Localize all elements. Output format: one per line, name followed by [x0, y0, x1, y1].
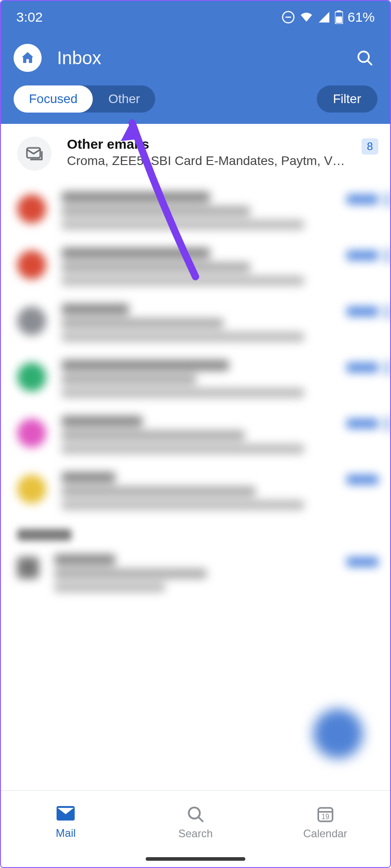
svg-line-6: [368, 61, 372, 65]
list-item[interactable]: [1, 407, 390, 463]
avatar: [17, 250, 46, 279]
calendar-icon: 19: [316, 805, 335, 824]
tab-other[interactable]: Other: [93, 85, 155, 113]
nav-calendar-label: Calendar: [303, 827, 347, 840]
filter-button[interactable]: Filter: [317, 85, 377, 113]
section-header: [1, 519, 390, 545]
mail-icon: [55, 805, 76, 823]
signal-icon: [318, 11, 330, 24]
list-item[interactable]: [1, 545, 390, 601]
avatar: [17, 419, 46, 448]
inbox-tabs-row: Focused Other Filter: [1, 82, 390, 124]
svg-rect-3: [337, 10, 341, 12]
tab-focused[interactable]: Focused: [14, 85, 93, 113]
battery-icon: [335, 10, 343, 24]
list-item[interactable]: [1, 295, 390, 351]
svg-line-9: [199, 817, 203, 821]
avatar: [17, 557, 39, 579]
nav-search[interactable]: Search: [131, 791, 261, 867]
dnd-icon: [281, 10, 295, 24]
avatar: [17, 363, 46, 392]
avatar: [17, 194, 46, 223]
other-emails-summary[interactable]: Other emails Croma, ZEE5, SBI Card E-Man…: [1, 124, 390, 183]
nav-mail-label: Mail: [56, 827, 76, 840]
status-icons: 61%: [281, 9, 375, 25]
avatar: [17, 475, 46, 504]
bottom-nav: Mail Search 19 Calendar: [1, 790, 390, 867]
nav-calendar[interactable]: 19 Calendar: [260, 791, 390, 867]
other-emails-title: Other emails: [67, 137, 346, 152]
other-emails-senders: Croma, ZEE5, SBI Card E-Mandates, Paytm,…: [67, 154, 346, 168]
header-search-button[interactable]: [352, 45, 377, 71]
status-time: 3:02: [16, 9, 43, 25]
envelope-stack-icon: [24, 144, 44, 164]
list-item[interactable]: [1, 183, 390, 239]
home-icon: [20, 50, 35, 66]
app-header: Inbox: [1, 33, 390, 82]
svg-text:19: 19: [321, 812, 329, 820]
search-icon: [186, 805, 205, 824]
list-item[interactable]: [1, 239, 390, 295]
nav-mail[interactable]: Mail: [1, 791, 131, 867]
nav-search-label: Search: [178, 827, 213, 840]
battery-percent: 61%: [348, 9, 375, 25]
other-emails-text: Other emails Croma, ZEE5, SBI Card E-Man…: [67, 137, 346, 168]
list-item[interactable]: [1, 351, 390, 407]
compose-fab[interactable]: [313, 709, 363, 759]
email-list: [1, 183, 390, 601]
list-item[interactable]: [1, 463, 390, 519]
status-bar: 3:02 61%: [1, 1, 390, 33]
gesture-bar: [146, 857, 245, 861]
search-icon: [356, 49, 374, 67]
home-button[interactable]: [14, 44, 42, 72]
focused-other-segment: Focused Other: [14, 85, 155, 113]
other-emails-avatar: [17, 137, 52, 171]
svg-rect-4: [336, 17, 342, 23]
wifi-icon: [300, 10, 313, 24]
avatar: [17, 307, 46, 335]
page-title: Inbox: [57, 48, 337, 68]
other-emails-count-badge: 8: [362, 138, 378, 155]
